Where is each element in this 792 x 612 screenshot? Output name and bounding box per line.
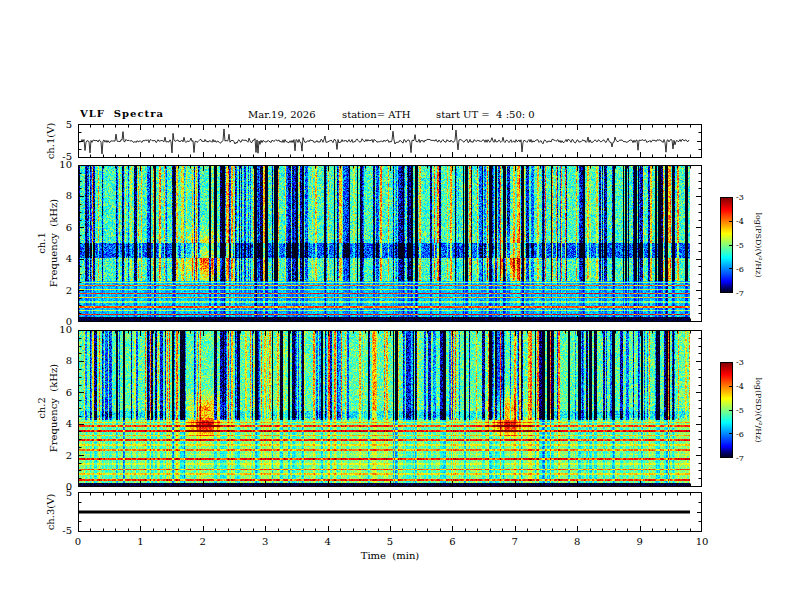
colorbar-tick-label: -6 (736, 265, 744, 274)
colorbar-tick-label: -7 (736, 454, 744, 463)
colorbar-ch2-label: log(PSD)(V²/Hz) (754, 377, 763, 442)
y-tick-label: 4 (46, 253, 72, 264)
ch2-spectrogram-canvas (78, 330, 702, 487)
colorbar-ch1-label: log(PSD)(V²/Hz) (754, 212, 763, 277)
colorbar-tick-label: -3 (736, 358, 744, 367)
y-tick-label: 2 (46, 285, 72, 296)
x-tick-label: 6 (449, 536, 455, 547)
x-tick-label: 0 (75, 536, 81, 547)
y-tick-label: 5 (46, 487, 72, 498)
ch2-frequency-axis-label: Frequency (kHz) (48, 364, 59, 452)
y-tick-label: 6 (46, 222, 72, 233)
x-tick-label: 2 (200, 536, 206, 547)
colorbar-tick-label: -4 (736, 382, 744, 391)
x-tick-label: 1 (137, 536, 143, 547)
colorbar-tick-label: -3 (736, 193, 744, 202)
y-tick-label: 8 (46, 190, 72, 201)
y-tick-label: 8 (46, 355, 72, 366)
ch1-frequency-axis-label: Frequency (kHz) (48, 199, 59, 287)
x-tick-label: 5 (387, 536, 393, 547)
colorbar-tick-label: -4 (736, 217, 744, 226)
colorbar-tick-label: -5 (736, 241, 744, 250)
colorbar-ch1-canvas (720, 197, 733, 293)
colorbar-tick-label: -6 (736, 430, 744, 439)
x-tick-label: 4 (324, 536, 330, 547)
vlf-spectra-figure: VLF Spectra Mar.19, 2026 station= ATH st… (0, 0, 792, 612)
colorbar-tick-label: -7 (736, 289, 744, 298)
y-tick-label: 6 (46, 387, 72, 398)
x-tick-label: 10 (696, 536, 709, 547)
y-tick-label: 10 (46, 324, 72, 335)
time-axis-label: Time (min) (361, 550, 420, 561)
ch3-waveform-canvas (78, 492, 702, 532)
x-tick-label: 9 (636, 536, 642, 547)
y-tick-label: 4 (46, 418, 72, 429)
figure-date: Mar.19, 2026 (248, 109, 316, 120)
ch2-spec-axis-label: ch.2 (36, 397, 47, 419)
y-tick-label: 10 (46, 159, 72, 170)
ch1-spec-axis-label: ch.1 (36, 232, 47, 254)
figure-title: VLF Spectra (80, 108, 164, 119)
figure-start-ut: start UT = 4 :50: 0 (436, 109, 535, 120)
x-tick-label: 8 (574, 536, 580, 547)
ch1-waveform-canvas (78, 124, 702, 158)
ch1-spectrogram-canvas (78, 165, 702, 322)
x-tick-label: 3 (262, 536, 268, 547)
y-tick-label: -5 (46, 525, 72, 536)
y-tick-label: 2 (46, 450, 72, 461)
y-tick-label: 5 (46, 119, 72, 130)
x-tick-label: 7 (512, 536, 518, 547)
figure-station: station= ATH (342, 109, 410, 120)
colorbar-tick-label: -5 (736, 406, 744, 415)
colorbar-ch2-canvas (720, 362, 733, 458)
